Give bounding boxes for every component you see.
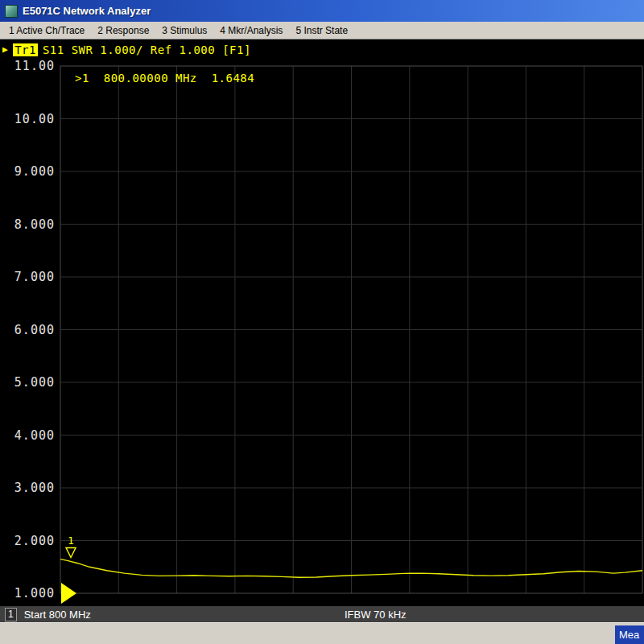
ifbw-label: IFBW 70 kHz (345, 609, 407, 621)
menu-item-active-ch-trace[interactable]: 1 Active Ch/Trace (2, 23, 91, 39)
window-titlebar: E5071C Network Analyzer (0, 0, 644, 22)
trace1-params: S11 SWR 1.000/ Ref 1.000 [F1] (43, 43, 251, 56)
active-trace-arrow-icon: ▶ (2, 44, 8, 56)
y-axis-tick-label: 10.00 (0, 112, 55, 126)
y-axis-tick-label: 4.000 (0, 428, 55, 443)
y-axis-tick-label: 6.000 (0, 323, 55, 337)
menu-item-stimulus[interactable]: 3 Stimulus (155, 23, 213, 39)
y-axis-tick-label: 9.000 (0, 164, 55, 179)
y-axis-tick-label: 7.000 (0, 270, 55, 284)
window-title: E5071C Network Analyzer (23, 5, 151, 17)
meas-softkey-button[interactable]: Mea (615, 625, 644, 644)
y-axis-labels: 11.0010.009.0008.0007.0006.0005.0004.000… (0, 66, 55, 593)
instrument-screen: ▶ Tr1 S11 SWR 1.000/ Ref 1.000 [F1] 11.0… (0, 39, 644, 622)
menu-item-instr-state[interactable]: 5 Instr State (289, 23, 354, 39)
y-axis-tick-label: 3.000 (0, 481, 55, 495)
start-frequency-label: Start 800 MHz (24, 609, 91, 621)
trace1-chip[interactable]: Tr1 (13, 43, 38, 56)
menu-item-mkr-analysis[interactable]: 4 Mkr/Analysis (213, 23, 289, 39)
channel-status-bar: 1 Start 800 MHz IFBW 70 kHz (0, 606, 644, 622)
plot-svg: 1 (60, 66, 642, 593)
marker1-symbol[interactable] (66, 548, 76, 558)
trace-status-line: ▶ Tr1 S11 SWR 1.000/ Ref 1.000 [F1] (2, 43, 251, 56)
y-axis-tick-label: 5.000 (0, 375, 55, 390)
y-axis-tick-label: 2.000 (0, 534, 55, 548)
marker1-label: 1 (68, 535, 74, 547)
channel-number-badge: 1 (5, 608, 17, 621)
menubar: 1 Active Ch/Trace 2 Response 3 Stimulus … (0, 22, 644, 39)
ref-level-indicator-icon (61, 583, 76, 604)
y-axis-tick-label: 1.000 (0, 586, 55, 601)
taskbar: Mea (0, 622, 644, 644)
y-axis-tick-label: 8.000 (0, 217, 55, 232)
plot-area[interactable]: 1 >1 800.00000 MHz 1.6484 (60, 66, 642, 593)
marker-readout: >1 800.00000 MHz 1.6484 (75, 72, 254, 85)
menu-item-response[interactable]: 2 Response (91, 23, 155, 39)
y-axis-tick-label: 11.00 (0, 59, 55, 73)
app-icon (5, 5, 18, 18)
